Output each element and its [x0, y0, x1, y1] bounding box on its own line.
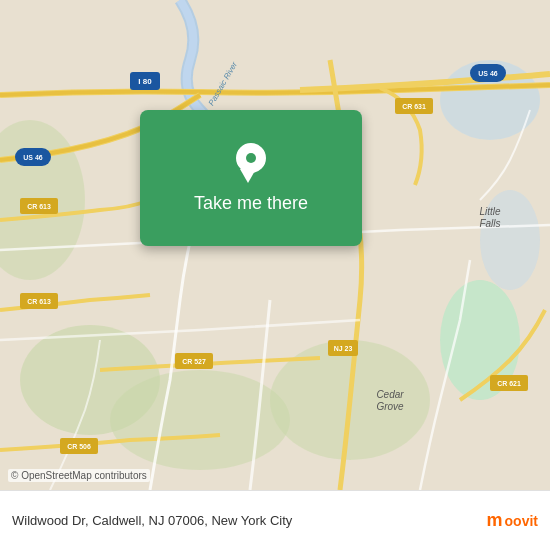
svg-text:US 46: US 46 — [478, 70, 498, 77]
svg-text:CR 631: CR 631 — [402, 103, 426, 110]
svg-text:CR 621: CR 621 — [497, 380, 521, 387]
moovit-logo: m oovit — [487, 510, 538, 531]
svg-text:US 46: US 46 — [23, 154, 43, 161]
address-label: Wildwood Dr, Caldwell, NJ 07006, New Yor… — [12, 513, 487, 528]
pin-tail — [240, 169, 256, 183]
map-container: I 80 US 46 US 46 CR 613 CR 613 CR 631 CR… — [0, 0, 550, 490]
svg-text:CR 527: CR 527 — [182, 358, 206, 365]
svg-text:Little: Little — [479, 206, 501, 217]
svg-text:CR 613: CR 613 — [27, 298, 51, 305]
svg-text:NJ 23: NJ 23 — [334, 345, 353, 352]
svg-text:Cedar: Cedar — [376, 389, 404, 400]
svg-text:Grove: Grove — [376, 401, 404, 412]
moovit-m-letter: m — [487, 510, 503, 531]
svg-point-7 — [480, 190, 540, 290]
copyright-text: © OpenStreetMap contributors — [8, 469, 150, 482]
moovit-wordmark: oovit — [505, 513, 538, 529]
svg-text:CR 506: CR 506 — [67, 443, 91, 450]
svg-text:I 80: I 80 — [138, 77, 152, 86]
take-me-there-card[interactable]: Take me there — [140, 110, 362, 246]
svg-text:Falls: Falls — [479, 218, 500, 229]
svg-text:CR 613: CR 613 — [27, 203, 51, 210]
bottom-bar: Wildwood Dr, Caldwell, NJ 07006, New Yor… — [0, 490, 550, 550]
take-me-there-button[interactable]: Take me there — [194, 193, 308, 214]
location-pin — [233, 143, 269, 185]
